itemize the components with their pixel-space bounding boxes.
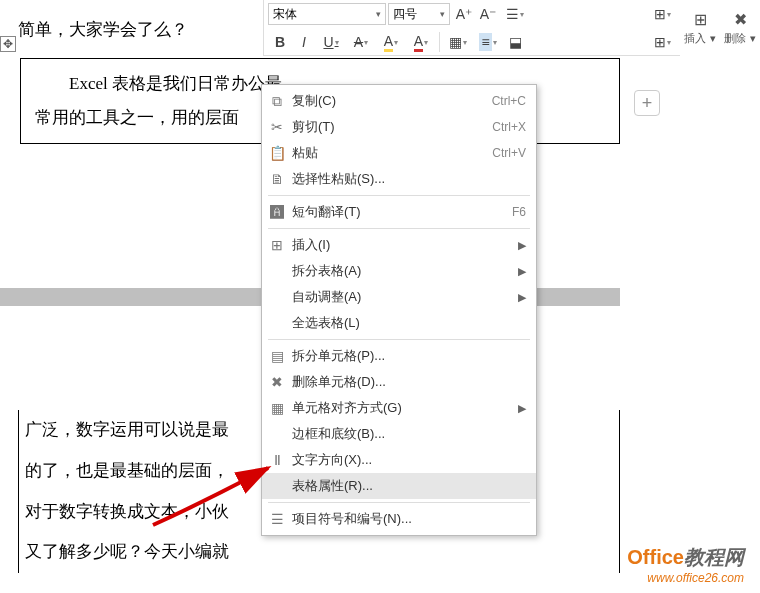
menu-insert[interactable]: ⊞ 插入(I) ▶	[262, 232, 536, 258]
font-color-button[interactable]: A▾	[406, 30, 436, 54]
merge-button[interactable]: ⬓	[503, 30, 527, 54]
menu-separator	[268, 228, 530, 229]
menu-split-cell[interactable]: ▤ 拆分单元格(P)...	[262, 343, 536, 369]
paste-icon: 📋	[262, 145, 292, 161]
delete-cell-icon: ✖	[262, 374, 292, 390]
menu-cut[interactable]: ✂ 剪切(T) Ctrl+X	[262, 114, 536, 140]
plus-icon: +	[642, 93, 653, 114]
menu-border-shading[interactable]: 边框和底纹(B)...	[262, 421, 536, 447]
delete-icon: ✖	[734, 10, 747, 29]
delete-menu[interactable]: ✖ 删除 ▾	[720, 0, 760, 56]
insert-icon: ⊞	[694, 10, 707, 29]
cross-arrows-icon: ✥	[3, 37, 13, 51]
menu-text-direction[interactable]: Ⅱ 文字方向(X)...	[262, 447, 536, 473]
insert-label: 插入	[684, 32, 706, 44]
split-cell-icon: ▤	[262, 348, 292, 364]
align-button[interactable]: ≡▾	[473, 30, 503, 54]
context-menu: ⧉ 复制(C) Ctrl+C ✂ 剪切(T) Ctrl+X 📋 粘贴 Ctrl+…	[261, 84, 537, 536]
menu-cell-align[interactable]: ▦ 单元格对齐方式(G) ▶	[262, 395, 536, 421]
increase-font-button[interactable]: A⁺	[452, 2, 476, 26]
insert-icon: ⊞	[262, 237, 292, 253]
chevron-down-icon: ▾	[706, 32, 715, 44]
watermark: Office教程网 www.office26.com	[627, 544, 744, 585]
mini-toolbar: 宋体 ▾ 四号 ▾ A⁺ A⁻ ☰▾ B I U▾ A▾ A▾ A▾ ▦▾ ≡▾…	[263, 0, 683, 56]
table-move-handle[interactable]: ✥	[0, 36, 16, 52]
text-direction-icon: Ⅱ	[262, 452, 292, 468]
translate-icon: 🅰	[262, 204, 292, 220]
menu-select-all-table[interactable]: 全选表格(L)	[262, 310, 536, 336]
menu-split-table[interactable]: 拆分表格(A) ▶	[262, 258, 536, 284]
menu-table-properties[interactable]: 表格属性(R)...	[262, 473, 536, 499]
align-icon: ▦	[262, 400, 292, 416]
right-tool-group: ⊞ 插入 ▾ ✖ 删除 ▾	[680, 0, 760, 56]
menu-delete-cell[interactable]: ✖ 删除单元格(D)...	[262, 369, 536, 395]
side-plus-button[interactable]: +	[634, 90, 660, 116]
watermark-brand: Office	[627, 546, 684, 568]
strikethrough-button[interactable]: A▾	[346, 30, 376, 54]
merge-icon: ⬓	[509, 34, 522, 50]
menu-separator	[268, 502, 530, 503]
menu-paste-special[interactable]: 🗎 选择性粘贴(S)...	[262, 166, 536, 192]
menu-translate[interactable]: 🅰 短句翻译(T) F6	[262, 199, 536, 225]
cut-icon: ✂	[262, 119, 292, 135]
insert-menu[interactable]: ⊞ 插入 ▾	[680, 0, 720, 56]
chevron-right-icon: ▶	[518, 239, 526, 252]
chevron-right-icon: ▶	[518, 291, 526, 304]
italic-button[interactable]: I	[292, 30, 316, 54]
font-size-value: 四号	[393, 6, 417, 23]
grid-tool-a[interactable]: ⊞▾	[647, 2, 677, 26]
chevron-right-icon: ▶	[518, 265, 526, 278]
font-size-select[interactable]: 四号 ▾	[388, 3, 450, 25]
border-button[interactable]: ▦▾	[443, 30, 473, 54]
grid-icon: ⊞	[654, 34, 666, 50]
watermark-url: www.office26.com	[627, 571, 744, 585]
watermark-suffix: 教程网	[684, 546, 744, 568]
grid-icon: ⊞	[654, 6, 666, 22]
font-family-select[interactable]: 宋体 ▾	[268, 3, 386, 25]
chevron-down-icon: ▾	[440, 9, 445, 19]
grid-tool-column: ⊞▾ ⊞▾	[642, 0, 682, 56]
chevron-down-icon: ▾	[376, 9, 381, 19]
menu-separator	[268, 195, 530, 196]
separator	[439, 32, 440, 52]
border-icon: ▦	[449, 34, 462, 50]
menu-auto-adjust[interactable]: 自动调整(A) ▶	[262, 284, 536, 310]
copy-icon: ⧉	[262, 93, 292, 110]
font-family-value: 宋体	[273, 6, 297, 23]
delete-label: 删除	[724, 32, 746, 44]
menu-copy[interactable]: ⧉ 复制(C) Ctrl+C	[262, 88, 536, 114]
bold-button[interactable]: B	[268, 30, 292, 54]
line-spacing-icon: ☰	[506, 6, 519, 22]
chevron-down-icon: ▾	[746, 32, 755, 44]
bullets-icon: ☰	[262, 511, 292, 527]
menu-paste[interactable]: 📋 粘贴 Ctrl+V	[262, 140, 536, 166]
align-icon: ≡	[479, 33, 491, 51]
underline-button[interactable]: U▾	[316, 30, 346, 54]
paste-special-icon: 🗎	[262, 171, 292, 187]
menu-bullets-numbering[interactable]: ☰ 项目符号和编号(N)...	[262, 506, 536, 532]
grid-tool-b[interactable]: ⊞▾	[647, 30, 677, 54]
menu-separator	[268, 339, 530, 340]
decrease-font-button[interactable]: A⁻	[476, 2, 500, 26]
chevron-right-icon: ▶	[518, 402, 526, 415]
lower-line-4: 又了解多少呢？今天小编就	[25, 532, 613, 573]
highlight-button[interactable]: A▾	[376, 30, 406, 54]
line-spacing-button[interactable]: ☰▾	[500, 2, 530, 26]
